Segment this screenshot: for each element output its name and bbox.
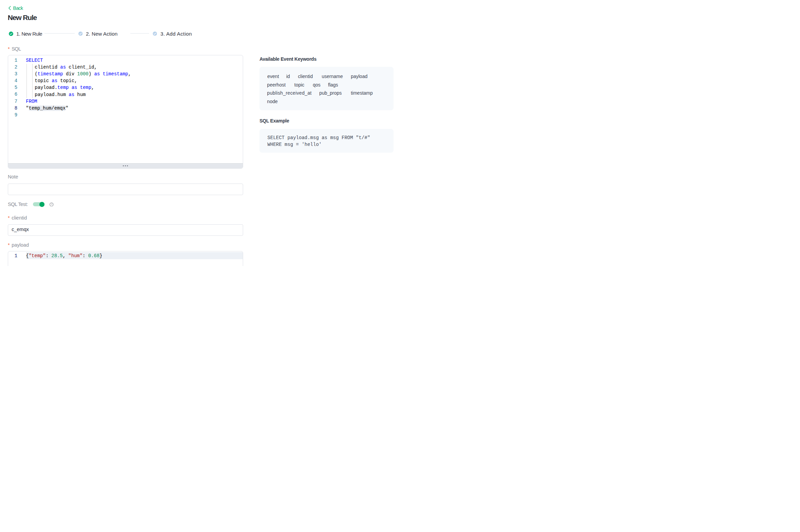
svg-text:?: ?: [51, 203, 52, 206]
